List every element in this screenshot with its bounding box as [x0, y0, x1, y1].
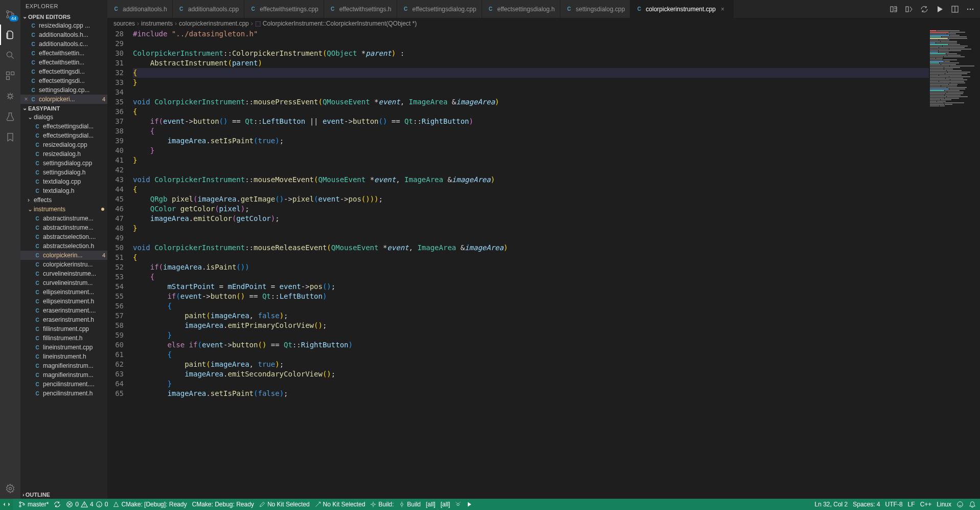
file-item[interactable]: Ccurvelineinstrume...: [20, 269, 107, 278]
open-editor-item[interactable]: Ceffectsettingsdi...: [20, 67, 107, 76]
close-icon[interactable]: ×: [721, 6, 728, 13]
open-editor-item[interactable]: Csettingsdialog.cp...: [20, 85, 107, 95]
target-all-1[interactable]: [all]: [426, 501, 436, 508]
editor-tab[interactable]: Cadditionaltools.cpp: [173, 0, 244, 18]
more-icon[interactable]: [965, 4, 976, 15]
split-icon[interactable]: [949, 4, 961, 15]
refresh-icon[interactable]: [919, 4, 930, 15]
sync-status[interactable]: [54, 501, 61, 508]
open-editor-item[interactable]: ×Ccolorpickeri...4: [20, 95, 107, 104]
editor-tab[interactable]: Csettingsdialog.cpp: [560, 0, 630, 18]
activity-bookmark-icon[interactable]: [0, 127, 20, 147]
kit-selector[interactable]: No Kit Selected: [259, 501, 310, 508]
eol-status[interactable]: LF: [908, 501, 915, 508]
file-item[interactable]: Cfillinstrument.cpp: [20, 324, 107, 334]
minimap[interactable]: [929, 29, 980, 499]
activity-source-control-icon[interactable]: 44: [0, 4, 20, 25]
file-item[interactable]: Csettingsdialog.h: [20, 168, 107, 177]
file-item[interactable]: Cmagnifierinstrum...: [20, 370, 107, 380]
file-item[interactable]: Cresizedialog.cpp: [20, 140, 107, 149]
activity-settings-icon[interactable]: [0, 478, 20, 499]
language-status[interactable]: C++: [920, 501, 932, 508]
file-item[interactable]: Ccolorpickerin...4: [20, 251, 107, 260]
cmake-ready[interactable]: CMake: Debug: Ready: [192, 501, 254, 508]
folder-item[interactable]: ⌄dialogs: [20, 113, 107, 122]
file-item[interactable]: Cabstractselection.h: [20, 241, 107, 251]
cursor-position[interactable]: Ln 32, Col 2: [815, 501, 848, 508]
activity-extensions-icon[interactable]: [0, 65, 20, 86]
compare-changes-icon[interactable]: [888, 4, 899, 15]
file-item[interactable]: Ccurvelineinstrum...: [20, 278, 107, 287]
editor[interactable]: 2829303132333435363738394041424344454647…: [107, 29, 980, 499]
close-icon[interactable]: ×: [22, 96, 30, 103]
file-item[interactable]: Ctextdialog.h: [20, 186, 107, 195]
file-item[interactable]: Cabstractselection....: [20, 232, 107, 241]
problems-status[interactable]: 0 4 0: [66, 501, 108, 508]
open-editor-item[interactable]: Ceffectsettingsdi...: [20, 76, 107, 85]
open-editor-item[interactable]: Cadditionaltools.h...: [20, 30, 107, 39]
breadcrumb-item[interactable]: sources: [113, 20, 135, 27]
editor-tab[interactable]: Cadditionaltools.h: [107, 0, 173, 18]
notifications-icon[interactable]: [969, 501, 976, 508]
open-changes-icon[interactable]: [903, 4, 915, 15]
open-editor-item[interactable]: Cadditionaltools.c...: [20, 39, 107, 49]
outline-section[interactable]: ›OUTLINE: [20, 491, 107, 499]
target-all-2[interactable]: [all]: [441, 501, 450, 508]
open-editor-item[interactable]: Ceffectwithsettin...: [20, 49, 107, 58]
encoding-status[interactable]: UTF-8: [885, 501, 903, 508]
git-branch[interactable]: master*: [18, 501, 49, 508]
debug-launch-icon[interactable]: [455, 501, 461, 507]
file-item[interactable]: Ceraserinstrument....: [20, 306, 107, 315]
editor-tab[interactable]: Ccolorpickerinstrument.cpp×: [630, 0, 734, 18]
os-status[interactable]: Linux: [937, 501, 951, 508]
breadcrumb-item[interactable]: instruments: [141, 20, 173, 27]
file-item[interactable]: Ceffectsettingsdial...: [20, 131, 107, 140]
file-item[interactable]: Ctextdialog.cpp: [20, 177, 107, 186]
open-editors-section[interactable]: ⌄OPEN EDITORS: [20, 12, 107, 21]
file-item[interactable]: Cabstractinstrume...: [20, 214, 107, 223]
open-editor-item[interactable]: Ceffectwithsettin...: [20, 58, 107, 67]
run-launch-icon[interactable]: [466, 501, 472, 507]
open-editor-item[interactable]: Cresizedialog.cpp ...: [20, 21, 107, 30]
file-item[interactable]: Ceffectsettingsdial...: [20, 122, 107, 131]
file-item[interactable]: Cresizedialog.h: [20, 149, 107, 159]
kit-selector-2[interactable]: No Kit Selected: [315, 501, 366, 508]
activity-search-icon[interactable]: [0, 45, 20, 65]
cmake-debug[interactable]: CMake: [Debug]: Ready: [113, 501, 187, 508]
file-item[interactable]: Clineinstrument.h: [20, 352, 107, 361]
editor-tab[interactable]: Ceffectwithsettings.cpp: [244, 0, 324, 18]
folder-item[interactable]: ›effects: [20, 195, 107, 205]
editor-tab[interactable]: Ceffectwithsettings.h: [324, 0, 397, 18]
activity-explorer-icon[interactable]: [0, 25, 20, 45]
file-item[interactable]: Cmagnifierinstrum...: [20, 361, 107, 370]
file-item[interactable]: Csettingsdialog.cpp: [20, 159, 107, 168]
folder-item[interactable]: ⌄instruments: [20, 205, 107, 214]
file-item[interactable]: Cfillinstrument.h: [20, 334, 107, 343]
breadcrumbs[interactable]: sources›instruments›colorpickerinstrumen…: [107, 18, 980, 29]
run-icon[interactable]: [934, 4, 945, 15]
build-label[interactable]: Build:: [370, 501, 394, 508]
breadcrumb-item[interactable]: ColorpickerInstrument::ColorpickerInstru…: [263, 20, 417, 27]
code-area[interactable]: #include "../datasingleton.h"Colorpicker…: [133, 29, 929, 499]
file-label: lineinstrument.cpp: [43, 344, 107, 351]
file-item[interactable]: Cellipseinstrument...: [20, 287, 107, 297]
file-item[interactable]: Cpencilinstrument.h: [20, 389, 107, 398]
editor-tab[interactable]: Ceffectsettingsdialog.cpp: [397, 0, 482, 18]
editor-tab[interactable]: Ceffectsettingsdialog.h: [482, 0, 561, 18]
feedback-icon[interactable]: [956, 501, 964, 508]
file-item[interactable]: Clineinstrument.cpp: [20, 343, 107, 352]
file-item[interactable]: Cabstractinstrume...: [20, 223, 107, 232]
file-item[interactable]: Ceraserinstrument.h: [20, 315, 107, 324]
file-item[interactable]: Ccolorpickerinstru...: [20, 260, 107, 269]
project-section[interactable]: ⌄EASYPAINT: [20, 104, 107, 113]
activity-test-icon[interactable]: [0, 106, 20, 127]
file-c-icon: C: [30, 22, 37, 29]
build-button[interactable]: Build: [399, 501, 421, 508]
indent-status[interactable]: Spaces: 4: [853, 501, 880, 508]
activity-debug-icon[interactable]: [0, 86, 20, 106]
file-item[interactable]: Cpencilinstrument....: [20, 380, 107, 389]
file-item[interactable]: Cellipseinstrument.h: [20, 297, 107, 306]
remote-indicator[interactable]: [0, 499, 13, 510]
breadcrumb-item[interactable]: colorpickerinstrument.cpp: [179, 20, 249, 27]
file-c-icon: C: [30, 40, 37, 48]
